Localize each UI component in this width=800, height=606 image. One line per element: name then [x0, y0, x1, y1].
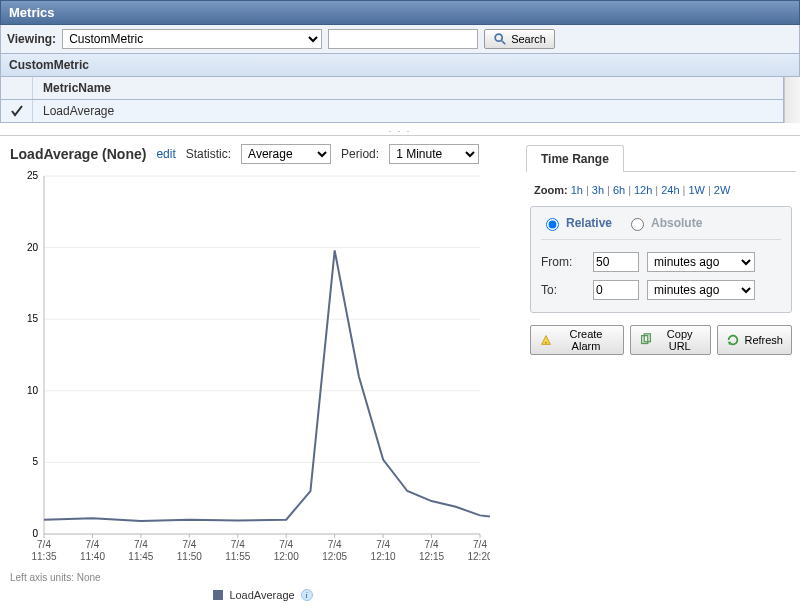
group-header: CustomMetric: [0, 54, 800, 77]
panel-header: Metrics: [0, 0, 800, 25]
info-icon[interactable]: i: [301, 589, 313, 601]
mode-absolute-radio[interactable]: [631, 218, 644, 231]
search-input[interactable]: [328, 29, 478, 49]
zoom-link-12h[interactable]: 12h: [634, 184, 652, 196]
svg-text:15: 15: [27, 313, 39, 324]
svg-text:11:35: 11:35: [31, 551, 56, 562]
table-row[interactable]: LoadAverage: [0, 100, 784, 123]
to-input[interactable]: [593, 280, 639, 300]
svg-text:12:10: 12:10: [371, 551, 396, 562]
zoom-link-2W[interactable]: 2W: [714, 184, 731, 196]
svg-text:20: 20: [27, 242, 39, 253]
refresh-button[interactable]: Refresh: [717, 325, 792, 355]
svg-text:7/4: 7/4: [182, 539, 196, 550]
svg-text:7/4: 7/4: [328, 539, 342, 550]
chart-title: LoadAverage (None): [10, 146, 146, 162]
zoom-link-1W[interactable]: 1W: [688, 184, 705, 196]
viewing-label: Viewing:: [7, 32, 56, 46]
legend-label: LoadAverage: [229, 589, 294, 601]
edit-link[interactable]: edit: [156, 147, 175, 161]
svg-text:7/4: 7/4: [231, 539, 245, 550]
copy-url-button[interactable]: Copy URL: [630, 325, 712, 355]
svg-text:11:40: 11:40: [80, 551, 105, 562]
copy-icon: [639, 333, 653, 347]
statistic-select[interactable]: Average: [241, 144, 331, 164]
svg-text:10: 10: [27, 385, 39, 396]
svg-point-0: [495, 34, 502, 41]
chart-pane: LoadAverage (None) edit Statistic: Avera…: [10, 142, 516, 601]
svg-text:7/4: 7/4: [279, 539, 293, 550]
svg-text:12:15: 12:15: [419, 551, 444, 562]
svg-text:12:00: 12:00: [274, 551, 299, 562]
search-button-label: Search: [511, 33, 546, 45]
toolbar: Viewing: CustomMetric Search: [0, 25, 800, 54]
check-icon: [11, 105, 23, 117]
svg-text:5: 5: [32, 456, 38, 467]
create-alarm-button[interactable]: Create Alarm: [530, 325, 624, 355]
svg-text:12:05: 12:05: [322, 551, 347, 562]
mode-relative-radio[interactable]: [546, 218, 559, 231]
svg-text:11:55: 11:55: [225, 551, 250, 562]
range-box: Relative Absolute From: minutes ago To: …: [530, 206, 792, 313]
refresh-icon: [726, 333, 740, 347]
zoom-link-1h[interactable]: 1h: [571, 184, 583, 196]
from-input[interactable]: [593, 252, 639, 272]
zoom-link-6h[interactable]: 6h: [613, 184, 625, 196]
mode-absolute[interactable]: Absolute: [626, 215, 702, 231]
from-unit-select[interactable]: minutes ago: [647, 252, 755, 272]
svg-text:7/4: 7/4: [473, 539, 487, 550]
to-label: To:: [541, 283, 585, 297]
svg-point-47: [545, 342, 546, 343]
svg-text:7/4: 7/4: [425, 539, 439, 550]
row-name: LoadAverage: [33, 100, 783, 122]
period-label: Period:: [341, 147, 379, 161]
panel-title: Metrics: [9, 5, 55, 20]
chart: 05101520257/411:357/411:407/411:457/411:…: [10, 170, 490, 570]
zoom-link-3h[interactable]: 3h: [592, 184, 604, 196]
zoom-link-24h[interactable]: 24h: [661, 184, 679, 196]
from-label: From:: [541, 255, 585, 269]
statistic-label: Statistic:: [186, 147, 231, 161]
axis-units-note: Left axis units: None: [10, 572, 516, 583]
column-header-name[interactable]: MetricName: [33, 77, 783, 99]
svg-text:0: 0: [32, 528, 38, 539]
svg-text:11:50: 11:50: [177, 551, 202, 562]
svg-text:7/4: 7/4: [85, 539, 99, 550]
row-check-cell[interactable]: [1, 100, 33, 122]
column-header-check: [1, 77, 33, 99]
tab-time-range[interactable]: Time Range: [526, 145, 624, 172]
svg-text:12:20: 12:20: [467, 551, 490, 562]
zoom-row: Zoom: 1h|3h|6h|12h|24h|1W|2W: [530, 180, 792, 206]
alarm-icon: [539, 333, 553, 347]
vertical-scrollbar[interactable]: [784, 77, 800, 123]
mode-relative[interactable]: Relative: [541, 215, 612, 231]
period-select[interactable]: 1 Minute: [389, 144, 479, 164]
search-icon: [493, 32, 507, 46]
legend-swatch: [213, 590, 223, 600]
zoom-label: Zoom:: [534, 184, 568, 196]
search-button[interactable]: Search: [484, 29, 555, 49]
svg-text:7/4: 7/4: [134, 539, 148, 550]
svg-text:7/4: 7/4: [376, 539, 390, 550]
svg-line-1: [502, 41, 506, 45]
to-unit-select[interactable]: minutes ago: [647, 280, 755, 300]
svg-text:11:45: 11:45: [128, 551, 153, 562]
table-header-row: MetricName: [0, 77, 784, 100]
svg-text:7/4: 7/4: [37, 539, 51, 550]
splitter[interactable]: . . .: [0, 123, 800, 136]
time-range-pane: Time Range Zoom: 1h|3h|6h|12h|24h|1W|2W …: [526, 144, 796, 601]
svg-text:25: 25: [27, 170, 39, 181]
chart-legend: LoadAverage i: [10, 589, 516, 601]
viewing-select[interactable]: CustomMetric: [62, 29, 322, 49]
